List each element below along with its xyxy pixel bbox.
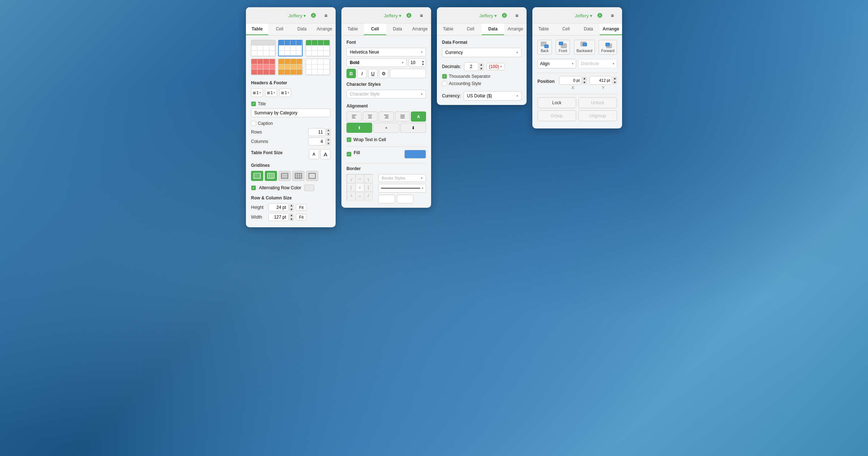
tab-data[interactable]: Data [291, 24, 313, 35]
position-x-input[interactable] [559, 76, 582, 85]
underline-button[interactable]: U [368, 69, 378, 78]
front-button[interactable]: Front [556, 40, 570, 55]
alt-row-checkbox[interactable]: ✓ [251, 185, 256, 190]
columns-input[interactable] [308, 138, 326, 145]
font-size-input[interactable]: 10 ▲ ▼ [409, 58, 426, 67]
tab-data-2[interactable]: Data [386, 24, 409, 35]
pos-y-down[interactable]: ▼ [613, 81, 617, 84]
tab-arrange-4[interactable]: Arrange [600, 24, 622, 35]
forward-button[interactable]: Forward [599, 40, 617, 55]
tab-table-4[interactable]: Table [532, 24, 555, 35]
tab-data-3[interactable]: Data [482, 24, 504, 35]
width-down[interactable]: ▼ [289, 218, 294, 221]
valign-top[interactable]: ⬆ [346, 123, 372, 133]
title-input[interactable] [251, 109, 331, 117]
border-cell-bc[interactable]: ─ [356, 192, 364, 200]
height-up[interactable]: ▲ [289, 204, 294, 207]
position-y-input[interactable] [590, 76, 612, 85]
style-preview-green[interactable] [306, 40, 330, 56]
tab-cell[interactable]: Cell [268, 24, 291, 35]
gridline-btn-3[interactable] [278, 171, 291, 181]
height-input[interactable] [268, 203, 289, 211]
border-cell-tc[interactable]: ─ [356, 174, 364, 183]
decimals-input[interactable] [464, 62, 478, 71]
menu-icon-2[interactable]: ≡ [417, 11, 426, 20]
font-size-down[interactable]: ▼ [422, 63, 424, 66]
pos-x-down[interactable]: ▼ [582, 81, 587, 84]
valign-center-icon[interactable]: + [373, 123, 399, 133]
border-line-style[interactable]: ▾ [378, 184, 426, 193]
cols-down[interactable]: ▼ [326, 142, 331, 145]
data-format-dropdown[interactable]: Currency ▾ [442, 48, 522, 57]
align-justify[interactable] [395, 111, 410, 122]
tab-arrange-3[interactable]: Arrange [504, 24, 527, 35]
menu-icon[interactable]: ≡ [321, 11, 331, 20]
border-cell-mc[interactable]: + [356, 183, 364, 192]
gear-button[interactable]: ⚙ [379, 69, 388, 78]
italic-button[interactable]: I [357, 69, 367, 78]
style-preview-plain[interactable] [251, 40, 276, 56]
border-size-input[interactable] [378, 195, 395, 203]
height-down[interactable]: ▼ [289, 208, 294, 211]
gridline-btn-1[interactable] [251, 171, 263, 181]
fill-color-picker[interactable] [404, 150, 426, 159]
border-cell-mr[interactable]: │ [364, 183, 373, 192]
align-dropdown[interactable]: Align ▾ [537, 59, 576, 68]
tab-table-3[interactable]: Table [437, 24, 459, 35]
header-stepper-1[interactable]: ⊞ 1 ▾ [251, 88, 263, 97]
align-right[interactable] [379, 111, 394, 122]
font-color-picker[interactable] [390, 69, 426, 78]
width-up[interactable]: ▲ [289, 214, 294, 217]
border-cell-br[interactable]: ┘ [364, 192, 373, 200]
border-cell-tr[interactable]: ┐ [364, 174, 373, 183]
logo-icon-4[interactable]: 🅐 [595, 11, 605, 20]
backward-button[interactable]: Backward [574, 40, 595, 55]
lock-button[interactable]: Lock [537, 97, 576, 108]
ungroup-button[interactable]: Ungroup [578, 110, 617, 121]
tab-data-4[interactable]: Data [577, 24, 600, 35]
alt-row-color-swatch[interactable] [304, 185, 314, 191]
caption-checkbox[interactable] [251, 121, 256, 126]
border-cell-ml[interactable]: │ [347, 183, 356, 192]
width-input[interactable] [268, 213, 289, 221]
gridline-btn-4[interactable] [292, 171, 305, 181]
logo-icon[interactable]: 🅐 [309, 11, 318, 20]
unlock-button[interactable]: Unlock [578, 97, 617, 108]
decimals-down[interactable]: ▼ [479, 67, 484, 71]
style-preview-white[interactable] [306, 59, 330, 75]
style-preview-red[interactable] [251, 59, 276, 75]
group-button[interactable]: Group [537, 110, 576, 121]
tab-table[interactable]: Table [246, 24, 268, 35]
pos-y-up[interactable]: ▲ [613, 77, 617, 80]
font-family-dropdown[interactable]: Helvetica Neue ▾ [346, 48, 426, 56]
font-size-up[interactable]: ▲ [422, 60, 424, 63]
style-preview-orange[interactable] [278, 59, 303, 75]
border-styles-dropdown[interactable]: Border Styles ▾ [378, 174, 426, 182]
font-size-increase[interactable]: A [320, 149, 331, 159]
border-cell-tl[interactable]: ┌ [347, 174, 356, 183]
header-stepper-2[interactable]: ⊞ 1 ▾ [265, 88, 277, 97]
logo-icon-3[interactable]: 🅐 [500, 11, 509, 20]
cols-up[interactable]: ▲ [326, 138, 331, 142]
tab-arrange[interactable]: Arrange [313, 24, 336, 35]
menu-icon-4[interactable]: ≡ [608, 11, 617, 20]
negative-format-dropdown[interactable]: (100) ▾ [486, 63, 505, 70]
currency-dropdown[interactable]: US Dollar ($) ▾ [464, 91, 522, 101]
border-color-input[interactable] [397, 195, 413, 203]
header-stepper-3[interactable]: ⊞ 1 ▾ [279, 88, 291, 97]
rows-up[interactable]: ▲ [326, 128, 331, 132]
logo-icon-2[interactable]: 🅐 [404, 11, 414, 20]
thousands-checkbox[interactable]: ✓ [442, 74, 447, 79]
decimals-up[interactable]: ▲ [479, 63, 484, 67]
height-fit-button[interactable]: Fit [296, 204, 307, 211]
tab-cell-2[interactable]: Cell [364, 24, 386, 35]
tab-arrange-2[interactable]: Arrange [409, 24, 431, 35]
align-left[interactable] [346, 111, 362, 122]
tab-cell-3[interactable]: Cell [459, 24, 482, 35]
accounting-checkbox[interactable] [442, 81, 447, 86]
distribute-dropdown[interactable]: Distribute ▾ [578, 59, 617, 68]
rows-down[interactable]: ▼ [326, 132, 331, 136]
wrap-text-checkbox[interactable]: ✓ [346, 137, 352, 142]
style-preview-blue[interactable] [278, 40, 303, 56]
tab-table-2[interactable]: Table [341, 24, 364, 35]
